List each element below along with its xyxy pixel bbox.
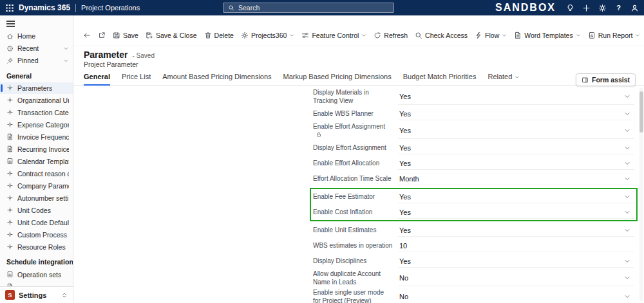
field-value-text: Yes xyxy=(399,110,411,118)
chevron-down-icon[interactable] xyxy=(624,275,630,281)
sidebar-item-parameters[interactable]: Parameters xyxy=(0,82,73,95)
check-access-button[interactable]: Check Access xyxy=(412,30,471,41)
area-switcher[interactable]: S Settings xyxy=(0,286,73,303)
chevron-down-icon[interactable] xyxy=(624,227,630,234)
chevron-updown-icon[interactable] xyxy=(61,292,68,298)
sidebar-item-transaction-categories[interactable]: Transaction Categ... xyxy=(0,106,73,118)
chevron-down-icon[interactable] xyxy=(624,293,630,300)
form-assist-button[interactable]: Form assist xyxy=(576,73,636,86)
projects360-menu[interactable]: Projects360 xyxy=(238,30,298,41)
chevron-down-icon[interactable] xyxy=(624,258,630,264)
field-value[interactable]: Yes xyxy=(398,255,634,268)
sidebar-item-unit-codes[interactable]: Unit Codes xyxy=(0,204,73,216)
field-label: Enable WBS Planner xyxy=(313,110,398,118)
app-name[interactable]: Project Operations xyxy=(81,4,140,12)
help-icon[interactable]: ? xyxy=(614,4,623,12)
refresh-button[interactable]: Refresh xyxy=(370,30,411,41)
field-value[interactable]: Month xyxy=(398,172,634,185)
chevron-down-icon[interactable] xyxy=(624,194,630,200)
chevron-down-icon[interactable] xyxy=(624,111,630,117)
chevron-down-icon[interactable] xyxy=(624,145,630,151)
nav-item-icon xyxy=(6,96,14,104)
sidebar-item-unit-code-defaults[interactable]: Unit Code Default... xyxy=(0,216,73,228)
tab-general[interactable]: General xyxy=(84,73,110,86)
chevron-down-icon[interactable] xyxy=(624,209,630,216)
sidebar-item-organizational-units[interactable]: Organizational Un... xyxy=(0,94,73,106)
field-value[interactable]: No xyxy=(398,270,634,286)
field-label: WBS estimates in operation xyxy=(313,242,398,250)
scrollbar-thumb[interactable] xyxy=(639,91,643,133)
sidebar-item-company-parameters[interactable]: Company Parame... xyxy=(0,179,73,192)
back-button[interactable] xyxy=(80,30,94,41)
sidebar-item-operation-sets[interactable]: Operation sets xyxy=(0,268,73,280)
save-status: - Saved xyxy=(133,52,155,59)
field-value[interactable]: Yes xyxy=(398,206,634,219)
sidebar-item-pinned[interactable]: Pinned xyxy=(0,55,73,67)
sidebar-item-custom-process[interactable]: Custom Process E... xyxy=(0,228,73,241)
sidebar-item-expense-categories[interactable]: Expense Categories xyxy=(0,118,73,131)
hamburger-icon xyxy=(6,21,15,22)
chevron-down-icon[interactable] xyxy=(63,46,69,51)
delete-button[interactable]: Delete xyxy=(201,30,237,41)
waffle-app-launcher-icon[interactable] xyxy=(5,4,14,12)
nav-item-icon xyxy=(6,109,14,116)
settings-gear-icon[interactable] xyxy=(598,4,607,12)
field-value[interactable]: Yes xyxy=(398,142,634,154)
lightbulb-icon[interactable] xyxy=(566,4,574,12)
field-value[interactable]: Yes xyxy=(398,190,634,203)
nav-item-icon xyxy=(6,84,14,91)
sidebar-item-calendar-templates[interactable]: Calendar Templates xyxy=(0,155,73,167)
field-value[interactable]: Yes xyxy=(398,157,634,170)
flow-menu[interactable]: Flow xyxy=(471,30,510,41)
global-search[interactable] xyxy=(223,3,394,13)
form-assist-label: Form assist xyxy=(592,76,630,84)
sidebar-item-contract-reason-codes[interactable]: Contract reason c... xyxy=(0,167,73,179)
nav-item-icon xyxy=(6,207,14,214)
sidebar-item-autonumber-settings[interactable]: Autonumber setti... xyxy=(0,192,73,204)
chevron-down-icon[interactable] xyxy=(624,127,630,134)
field-value[interactable]: Yes xyxy=(398,89,634,105)
field-label: Enable Cost Inflation xyxy=(313,208,398,217)
search-input[interactable] xyxy=(238,4,389,12)
sidebar-item-recurring-invoice[interactable]: Recurring Invoice ... xyxy=(0,143,73,155)
vertical-scrollbar[interactable] xyxy=(639,87,643,301)
feature-control-menu[interactable]: Feature Control xyxy=(298,30,370,41)
field-label: Display Materials in Tracking View xyxy=(313,89,398,105)
sidebar-item-invoice-frequencies[interactable]: Invoice Frequencies xyxy=(0,131,73,143)
chevron-down-icon[interactable] xyxy=(63,58,69,64)
save-and-close-button[interactable]: Save & Close xyxy=(142,30,200,41)
chevron-down-icon[interactable] xyxy=(624,176,630,182)
tab-budget-match-priorities[interactable]: Budget Match Priorities xyxy=(403,73,477,86)
sidebar-item-label: Calendar Templates xyxy=(17,158,69,165)
nav-item-icon xyxy=(6,243,14,250)
field-value[interactable]: Yes xyxy=(398,224,634,237)
report-icon xyxy=(588,32,596,39)
sidebar-item-resource-roles[interactable]: Resource Roles xyxy=(0,241,73,253)
field-row-enable-effort-assignment: Enable Effort Assignment Yes xyxy=(313,122,634,140)
field-label-text: Enable Effort Assignment xyxy=(313,123,385,130)
field-value[interactable]: Yes xyxy=(398,123,634,139)
tab-price-list[interactable]: Price List xyxy=(122,73,151,86)
sidebar-item-recent[interactable]: Recent xyxy=(0,42,73,55)
hamburger-menu-button[interactable] xyxy=(0,15,73,30)
chevron-down-icon[interactable] xyxy=(624,160,630,167)
run-report-menu[interactable]: Run Report xyxy=(585,30,644,41)
tab-amount-based-pricing-dimensions[interactable]: Amount Based Pricing Dimensions xyxy=(162,73,271,86)
tab-related[interactable]: Related xyxy=(488,73,520,86)
sidebar-item-partial[interactable] xyxy=(0,280,73,286)
save-button[interactable]: Save xyxy=(109,30,142,41)
form-left-column xyxy=(73,86,313,303)
tab-markup-based-pricing-dimensions[interactable]: Markup Based Pricing Dimensions xyxy=(283,73,392,86)
word-templates-menu[interactable]: Word Templates xyxy=(511,30,583,41)
field-value[interactable]: No xyxy=(398,289,634,303)
plus-icon[interactable] xyxy=(582,4,591,12)
sidebar-section-schedule-integration: Schedule integration xyxy=(0,253,73,268)
field-value[interactable]: 10 xyxy=(398,239,634,252)
user-avatar-icon[interactable] xyxy=(630,4,639,12)
field-value-text: Yes xyxy=(399,193,411,201)
chevron-down-icon[interactable] xyxy=(624,93,630,100)
open-in-new-window-button[interactable] xyxy=(95,30,109,41)
field-value[interactable]: Yes xyxy=(398,107,634,120)
sidebar-item-home[interactable]: Home xyxy=(0,30,73,42)
application-window: Dynamics 365 Project Operations SANDBOX … xyxy=(0,0,644,303)
